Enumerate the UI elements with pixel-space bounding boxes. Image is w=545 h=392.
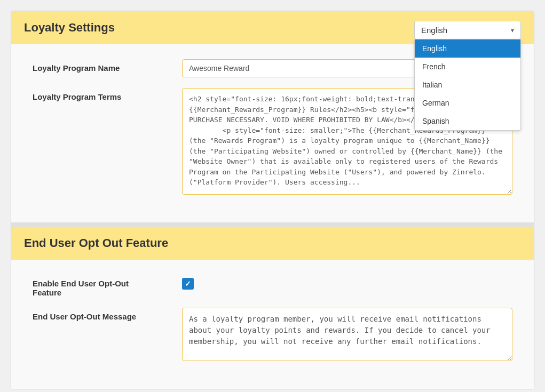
language-dropdown-container[interactable]: English ▾ English French Italian German … (414, 21, 521, 39)
language-option-italian[interactable]: Italian (415, 76, 520, 94)
opt-out-header: End User Opt Out Feature (11, 227, 534, 260)
opt-out-message-wrapper: As a loyalty program member, you will re… (182, 308, 512, 363)
program-name-label: Loyalty Program Name (33, 59, 182, 73)
opt-out-message-row: End User Opt-Out Message As a loyalty pr… (33, 308, 512, 363)
program-terms-label: Loyalty Program Terms (33, 88, 182, 101)
language-option-spanish[interactable]: Spanish (415, 112, 520, 130)
language-selected-value: English (421, 26, 447, 35)
checkbox-container (182, 275, 512, 290)
opt-out-message-textarea[interactable]: As a loyalty program member, you will re… (182, 308, 512, 361)
section-divider (11, 222, 534, 227)
chevron-down-icon: ▾ (511, 27, 514, 34)
opt-out-body: Enable End User Opt-Out Feature End User… (11, 260, 534, 389)
language-option-german[interactable]: German (415, 94, 520, 112)
opt-out-title: End User Opt Out Feature (24, 236, 521, 250)
language-dropdown-trigger[interactable]: English ▾ (414, 21, 521, 39)
loyalty-settings-header: Loyalty Settings English ▾ English Frenc… (11, 11, 534, 44)
language-option-french[interactable]: French (415, 58, 520, 76)
enable-feature-checkbox-wrapper (182, 275, 512, 290)
enable-feature-label: Enable End User Opt-Out Feature (33, 275, 182, 297)
language-option-english[interactable]: English (415, 39, 520, 58)
language-dropdown-menu: English French Italian German Spanish (414, 39, 521, 131)
main-container: Loyalty Settings English ▾ English Frenc… (11, 11, 534, 389)
enable-feature-checkbox[interactable] (182, 278, 194, 290)
enable-feature-row: Enable End User Opt-Out Feature (33, 275, 512, 297)
opt-out-message-label: End User Opt-Out Message (33, 308, 182, 321)
